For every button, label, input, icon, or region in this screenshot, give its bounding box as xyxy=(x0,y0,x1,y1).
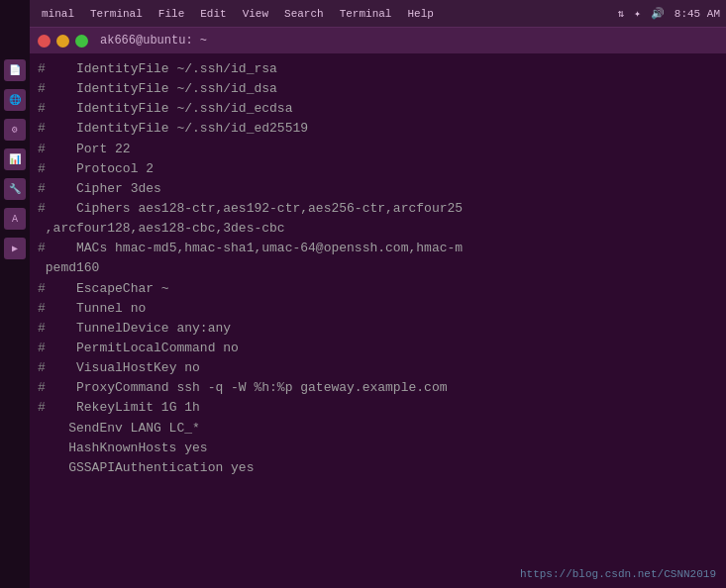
bluetooth-icon: ✦ xyxy=(634,7,641,20)
menu-help[interactable]: Help xyxy=(401,6,439,22)
term-line-15: # PermitLocalCommand no xyxy=(38,339,718,358)
menu-edit[interactable]: Edit xyxy=(194,6,232,22)
term-line-11: pemd160 xyxy=(38,258,718,278)
term-line-8: # Ciphers aes128-ctr,aes192-ctr,aes256-c… xyxy=(38,199,718,219)
terminal-wrapper: minal Terminal File Edit View Search Ter… xyxy=(30,0,726,588)
sidebar-icon-code[interactable]: ⚙ xyxy=(4,119,26,141)
term-line-4: # IdentityFile ~/.ssh/id_ed25519 xyxy=(38,119,718,139)
sidebar: 📄 🌐 ⚙ 📊 🔧 A ▶ xyxy=(0,0,30,588)
term-line-1: # IdentityFile ~/.ssh/id_rsa xyxy=(38,59,718,79)
watermark: https://blog.csdn.net/CSNN2019 xyxy=(520,568,716,580)
sidebar-icon-amazon[interactable]: A xyxy=(4,208,26,230)
taskbar-right: ⇅ ✦ 🔊 8:45 AM xyxy=(618,7,720,20)
sidebar-icon-terminal[interactable]: ▶ xyxy=(4,238,26,259)
sidebar-icon-settings[interactable]: 🔧 xyxy=(4,178,26,200)
terminal-content[interactable]: # IdentityFile ~/.ssh/id_rsa # IdentityF… xyxy=(30,53,726,588)
window-minimize-button[interactable] xyxy=(56,35,69,48)
term-line-18: # RekeyLimit 1G 1h xyxy=(38,398,718,418)
term-line-13: # Tunnel no xyxy=(38,299,718,319)
menu-file[interactable]: File xyxy=(153,6,190,22)
network-icon: ⇅ xyxy=(618,7,625,20)
term-line-10: # MACs hmac-md5,hmac-sha1,umac-64@openss… xyxy=(38,239,718,258)
menu-terminal[interactable]: Terminal xyxy=(84,6,149,22)
window-title: ak666@ubuntu: ~ xyxy=(100,34,207,48)
taskbar-menu: minal Terminal File Edit View Search Ter… xyxy=(36,6,440,22)
term-line-7: # Cipher 3des xyxy=(38,179,718,199)
term-line-3: # IdentityFile ~/.ssh/id_ecdsa xyxy=(38,99,718,119)
sidebar-icon-globe[interactable]: 🌐 xyxy=(4,89,26,111)
menu-view[interactable]: View xyxy=(237,6,274,22)
clock: 8:45 AM xyxy=(674,8,720,20)
term-line-17: # ProxyCommand ssh -q -W %h:%p gateway.e… xyxy=(38,378,718,398)
menu-minal[interactable]: minal xyxy=(36,6,80,22)
window-maximize-button[interactable] xyxy=(75,35,88,48)
sidebar-icon-chart[interactable]: 📊 xyxy=(4,148,26,170)
term-line-9: ,arcfour128,aes128-cbc,3des-cbc xyxy=(38,219,718,239)
menu-search[interactable]: Search xyxy=(278,6,330,22)
term-line-14: # TunnelDevice any:any xyxy=(38,319,718,339)
sidebar-icon-file[interactable]: 📄 xyxy=(4,59,26,81)
menu-terminal2[interactable]: Terminal xyxy=(334,6,398,22)
term-line-20: HashKnownHosts yes xyxy=(38,439,718,458)
term-line-16: # VisualHostKey no xyxy=(38,358,718,378)
term-line-12: # EscapeChar ~ xyxy=(38,279,718,299)
volume-icon: 🔊 xyxy=(651,7,665,20)
window-close-button[interactable] xyxy=(38,35,51,48)
term-line-5: # Port 22 xyxy=(38,140,718,159)
term-line-21: GSSAPIAuthentication yes xyxy=(38,458,718,478)
term-line-6: # Protocol 2 xyxy=(38,159,718,179)
term-line-19: SendEnv LANG LC_* xyxy=(38,419,718,439)
term-line-2: # IdentityFile ~/.ssh/id_dsa xyxy=(38,79,718,99)
taskbar: minal Terminal File Edit View Search Ter… xyxy=(30,0,726,28)
window-bar: ak666@ubuntu: ~ xyxy=(30,28,726,53)
